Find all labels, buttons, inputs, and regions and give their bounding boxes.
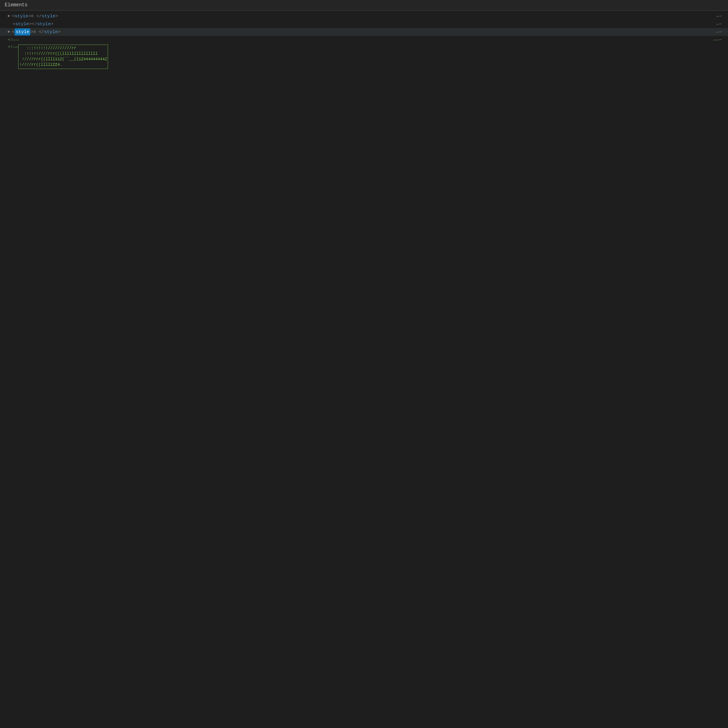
ascii-box-left: :::!!!!!!//////////rr :!!!!!////rrr(((ll… (18, 45, 108, 69)
panel-title: Elements (0, 0, 728, 11)
style-tag-1[interactable]: ▶<style>⊙ </style> —→ (0, 12, 728, 20)
ascii-art-section: <!—— :::!!!!!!//////////rr :!!!!!////rrr… (0, 44, 728, 70)
comment-open-1: <!—— ——→ (0, 36, 728, 44)
style-tag-3[interactable]: ▶<style>⊙ </style> —→ (0, 28, 728, 36)
elements-panel: ▶<style>⊙ </style> —→ <style></style> —→… (0, 11, 728, 71)
style-tag-2[interactable]: <style></style> —→ (0, 20, 728, 28)
